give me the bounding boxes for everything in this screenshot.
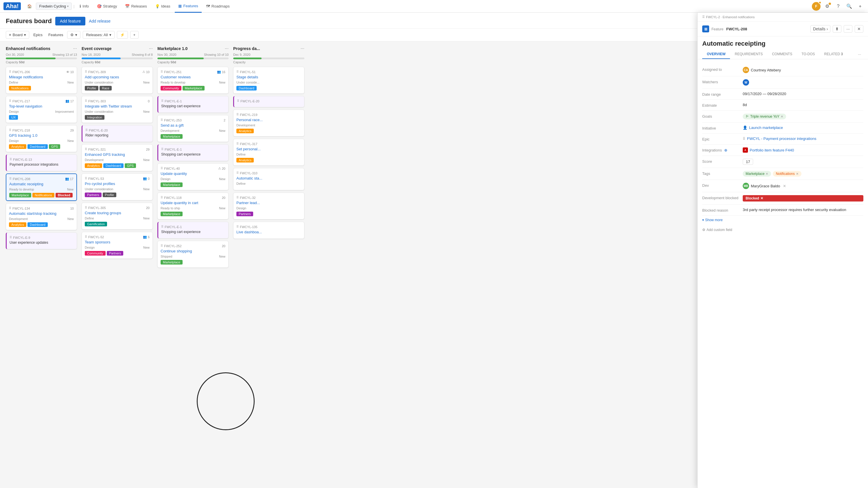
card-fwcyl-206[interactable]: ⠿ FWCYL-206 👁 10 Mileage notifications D… (6, 67, 77, 94)
blocked-reason-value[interactable]: 3rd party receipt processor requires fur… (743, 207, 863, 212)
card-epic-e20-rider[interactable]: ⠿ FWCYL-E-20 Rider reporting (82, 125, 153, 142)
tag-profile[interactable]: Profile (103, 193, 116, 197)
card-title[interactable]: User experience updates (9, 240, 74, 245)
tag-analytics[interactable]: Analytics (237, 129, 254, 133)
card-fwcyl-309[interactable]: ⠿ FWCYL-309 ⚠ 10 Add upcoming races Unde… (82, 67, 153, 94)
column-menu-button[interactable]: ··· (149, 46, 153, 51)
card-fwcyl-208[interactable]: ⠿ FWCYL-208 👥 17 Automatic receipting Re… (6, 173, 77, 201)
close-button[interactable]: ✕ (855, 25, 863, 33)
card-title[interactable]: Live dashboa... (237, 230, 301, 234)
add-release-button[interactable]: Add release (89, 19, 111, 24)
tag-marketplace[interactable]: Marketplace (9, 193, 31, 197)
card-fwcyl-53[interactable]: ⠿ FWCYL-53 👥 0 Pro cyclist profiles Unde… (82, 173, 153, 200)
goal-tag[interactable]: 🏳 Triple revenue YoY ✕ (743, 113, 786, 120)
more-button[interactable]: ··· (844, 25, 852, 33)
assigned-to-name[interactable]: Courtney Attebery (751, 68, 781, 72)
dev-name[interactable]: MaryGrace Baldo (751, 184, 780, 188)
card-title[interactable]: Team sponsors (85, 240, 150, 244)
tag-analytics[interactable]: Analytics (237, 158, 254, 162)
card-title[interactable]: Rider reporting (85, 133, 150, 137)
card-title[interactable]: Automatic sta... (237, 176, 301, 181)
blocked-x[interactable]: ✕ (761, 196, 763, 200)
add-custom-field-button[interactable]: ⚙ Add custom field (702, 228, 863, 232)
epic-name[interactable]: FWCYL - Payment processor integrations (747, 136, 816, 141)
tag-analytics[interactable]: Analytics (9, 144, 26, 149)
help-button[interactable]: ? (834, 2, 842, 11)
card-title[interactable]: Customer reviews (161, 75, 225, 79)
tag-notifications-detail[interactable]: Notifications ✕ (773, 171, 801, 176)
nav-item-strategy[interactable]: 🎯 Strategy (93, 0, 120, 13)
tag-community[interactable]: Community (161, 86, 181, 91)
tag-marketplace[interactable]: Marketplace (161, 260, 183, 264)
card-title[interactable]: Mileage notifications (9, 75, 74, 79)
card-title[interactable]: Automatic start/stop tracking (9, 211, 74, 216)
tag-dashboard[interactable]: Dashboard (28, 144, 48, 149)
card-fwcyl-32[interactable]: ⠿ FWCYL-32 Partner lead... Design Partne… (233, 193, 304, 220)
card-title[interactable]: Update quantity in cart (161, 201, 225, 205)
column-menu-button[interactable]: ··· (73, 46, 77, 51)
tag-dashboard[interactable]: Dashboard (28, 222, 48, 227)
card-title[interactable]: Set personal... (237, 147, 301, 151)
tag-analytics[interactable]: Analytics (9, 222, 26, 227)
card-fwcyl-252[interactable]: ⠿ FWCYL-252 20 Continue shopping Shipped… (157, 241, 228, 268)
details-button[interactable]: Details › (810, 25, 830, 33)
card-title[interactable]: Shopping cart experience (161, 104, 225, 108)
card-title[interactable]: Shopping cart experience (161, 152, 225, 156)
card-fwcyl-134[interactable]: ⠿ FWCYL-134 10 Automatic start/stop trac… (6, 203, 77, 230)
card-title[interactable]: Integrate with Twitter stream (85, 104, 150, 108)
nav-item-info[interactable]: ℹ Info (76, 0, 92, 13)
tag-profile[interactable]: Profile (85, 86, 98, 91)
nav-item-roadmaps[interactable]: 🗺 Roadmaps (203, 0, 233, 13)
tag-gps[interactable]: GPS (49, 144, 60, 149)
tag-gamification[interactable]: Gamification (85, 222, 107, 226)
card-title[interactable]: Stage details (237, 75, 301, 79)
card-title[interactable]: Continue shopping (161, 249, 225, 253)
search-button[interactable]: 🔍 (845, 2, 854, 11)
add-column-button[interactable]: + (130, 31, 139, 39)
card-title[interactable]: Top-level navigation (9, 104, 74, 108)
card-title[interactable]: Add upcoming races (85, 75, 150, 79)
tag-community[interactable]: Community (85, 251, 105, 256)
card-title[interactable]: Enhanced GPS tracking (85, 152, 150, 157)
card-epic-e1c-shopping[interactable]: ⠿ FWCYL-E-1 Shopping cart experience (157, 222, 228, 238)
card-fwcyl-51[interactable]: ⠿ FWCYL-51 Stage details Under conside..… (233, 67, 304, 94)
card-title[interactable]: GPS tracking 1.0 (9, 133, 74, 138)
tag-analytics[interactable]: Analytics (85, 163, 102, 168)
goal-remove[interactable]: ✕ (781, 115, 783, 119)
settings-button[interactable]: ⚙ (823, 2, 832, 11)
tab-requirements[interactable]: REQUIREMENTS (730, 50, 767, 59)
card-title[interactable]: Update quantity (161, 171, 225, 176)
board-view-button[interactable]: ≡ Board ▾ (6, 31, 29, 39)
nav-item-ideas[interactable]: 💡 Ideas (152, 0, 174, 13)
tag-race[interactable]: Race (99, 86, 112, 91)
tag-marketplace[interactable]: Marketplace (183, 86, 205, 91)
card-title[interactable]: Send as a gift (161, 123, 225, 128)
add-button[interactable]: + (856, 2, 865, 11)
nav-item-features[interactable]: ▦ Features (175, 0, 202, 13)
notifications-tag-remove[interactable]: ✕ (796, 172, 799, 176)
add-feature-button[interactable]: Add feature (55, 17, 85, 26)
filter-button[interactable]: ⚡ (117, 31, 128, 39)
features-label[interactable]: Features (46, 32, 65, 38)
card-epic-e9[interactable]: ⠿ FWCYL-E-9 User experience updates (6, 232, 77, 249)
column-menu-button[interactable]: ··· (301, 46, 304, 51)
card-fwcyl-52[interactable]: ⠿ FWCYL-52 👥 6 Team sponsors Design New … (82, 232, 153, 259)
column-menu-button[interactable]: ··· (225, 46, 228, 51)
tag-marketplace[interactable]: Marketplace (161, 212, 183, 216)
tab-related[interactable]: RELATED 3 (820, 50, 847, 59)
score-box[interactable]: 17 (743, 159, 753, 165)
card-fwcyl-305[interactable]: ⠿ FWCYL-305 20 Create touring groups Def… (82, 203, 153, 230)
card-fwcyl-251[interactable]: ⠿ FWCYL-251 👥 16 Customer reviews Ready … (157, 67, 228, 94)
card-title[interactable]: Payment processor integrations (9, 162, 74, 166)
card-fwcyl-253[interactable]: ⠿ FWCYL-253 2 Send as a gift Development… (157, 115, 228, 142)
tab-todos[interactable]: TO-DOS (797, 50, 819, 59)
card-title[interactable]: Shopping cart experience (161, 230, 225, 234)
card-fwcyl-135[interactable]: ⠿ FWCYL-135 Live dashboa... (233, 222, 304, 239)
date-range-value[interactable]: 09/17/2020 — 09/28/2020 (743, 92, 863, 96)
show-more-button[interactable]: ▾ Show more (702, 216, 863, 224)
card-epic-e1-shopping[interactable]: ⠿ FWCYL-E-1 Shopping cart experience (157, 96, 228, 113)
tag-partners[interactable]: Partners (85, 193, 101, 197)
share-button[interactable]: ⬆ (833, 25, 841, 33)
tab-more[interactable]: ··· (856, 50, 863, 59)
releases-filter-button[interactable]: Releases: All ▾ (83, 31, 114, 39)
